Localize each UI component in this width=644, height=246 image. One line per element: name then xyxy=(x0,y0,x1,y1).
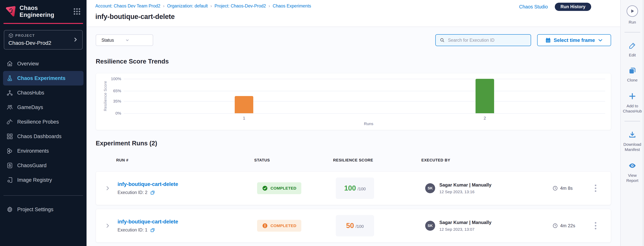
flask-icon xyxy=(6,75,13,81)
executed-at: 12 Sep 2023, 13:07 xyxy=(439,227,492,232)
column-header-status: STATUS xyxy=(254,158,270,162)
hexagons-icon xyxy=(6,148,13,154)
chevron-down-icon xyxy=(125,38,148,42)
lock-icon xyxy=(6,162,13,169)
sidebar-item-chaos-experiments[interactable]: Chaos Experiments xyxy=(3,71,84,85)
breadcrumb-separator: › xyxy=(210,4,212,8)
scrollbar[interactable] xyxy=(642,0,644,246)
execution-id: Execution ID: 2 xyxy=(118,190,148,195)
sidebar-item-chaosguard[interactable]: ChaosGuard xyxy=(3,158,84,173)
project-selector[interactable]: PROJECT Chaos-Dev-Prod2 xyxy=(4,30,83,49)
network-icon xyxy=(6,89,13,96)
run-name-link[interactable]: infy-boutique-cart-delete xyxy=(118,219,178,225)
runs-section-title: Experiment Runs (2) xyxy=(96,140,611,147)
action-rail: Run Edit Clone Add to ChaosHub Download … xyxy=(620,0,644,246)
expand-chevron-icon[interactable] xyxy=(105,223,110,229)
expand-chevron-icon[interactable] xyxy=(105,185,110,191)
chart-gridline xyxy=(124,101,605,102)
view-report-label: View Report xyxy=(623,173,642,183)
avatar: SK xyxy=(425,221,435,231)
sidebar-item-label: ChaosHubs xyxy=(17,90,44,96)
home-icon xyxy=(6,60,13,67)
executed-at: 12 Sep 2023, 13:16 xyxy=(439,190,492,194)
sidebar-accent-divider xyxy=(4,23,83,24)
execution-id: Execution ID: 1 xyxy=(118,228,148,233)
sidebar-divider xyxy=(4,195,83,196)
gear-icon xyxy=(6,206,13,213)
sidebar-item-label: Project Settings xyxy=(17,207,54,213)
sidebar-item-chaos-dashboards[interactable]: Chaos Dashboards xyxy=(3,129,84,144)
status-filter-dropdown[interactable]: Status xyxy=(96,34,153,46)
add-to-chaoshub-action[interactable]: Add to ChaosHub xyxy=(621,83,644,114)
breadcrumb-chaos-experiments[interactable]: Chaos Experiments xyxy=(272,3,311,8)
score-max: /100 xyxy=(358,187,366,192)
sidebar-item-chaoshubs[interactable]: ChaosHubs xyxy=(3,85,84,100)
chart-x-axis-label: Runs xyxy=(364,121,373,126)
breadcrumb-account[interactable]: Account: Chaos Dev Team Prod2 xyxy=(95,3,160,8)
sidebar-item-resilience-probes[interactable]: Resilience Probes xyxy=(3,115,84,129)
row-menu-kebab-icon[interactable] xyxy=(593,220,598,231)
column-header-resilience-score: RESILIENCE SCORE xyxy=(333,158,373,162)
run-action[interactable]: Run xyxy=(626,0,638,25)
download-manifest-action[interactable]: Download Manifest xyxy=(622,121,643,152)
trends-section-title: Resilience Score Trends xyxy=(96,58,611,65)
row-menu-kebab-icon[interactable] xyxy=(593,183,598,194)
run-name-link[interactable]: infy-boutique-cart-delete xyxy=(118,181,178,187)
sidebar-item-label: Chaos Experiments xyxy=(17,75,66,81)
sidebar-item-gamedays[interactable]: GameDays xyxy=(3,100,84,115)
chart-gridline xyxy=(124,79,605,79)
sidebar-item-label: Chaos Dashboards xyxy=(17,134,62,139)
app-title: Chaos Engineering xyxy=(20,4,73,18)
table-row[interactable]: infy-boutique-cart-delete Execution ID: … xyxy=(96,171,611,205)
run-duration: 4m 8s xyxy=(560,186,572,191)
breadcrumb-separator: › xyxy=(163,4,164,8)
resilience-score: 50 /100 xyxy=(336,215,374,237)
dashboard-icon xyxy=(6,133,13,140)
people-icon xyxy=(6,104,13,111)
executed-by-name: Sagar Kumar | Manually xyxy=(439,220,492,225)
page-title: infy-boutique-cart-delete xyxy=(95,13,175,21)
sidebar-item-project-settings[interactable]: Project Settings xyxy=(3,202,84,217)
table-row[interactable]: infy-boutique-cart-delete Execution ID: … xyxy=(96,209,611,243)
search-input[interactable] xyxy=(448,38,527,43)
time-frame-selector[interactable]: Select time frame xyxy=(537,34,611,46)
edit-action[interactable]: Edit xyxy=(628,32,636,58)
breadcrumb-project[interactable]: Project: Chaos-Dev-Prod2 xyxy=(214,3,266,8)
chart-bar-run-1[interactable] xyxy=(235,96,253,113)
chaos-engineering-logo-icon xyxy=(5,6,16,17)
run-action-label: Run xyxy=(629,19,636,25)
sidebar-item-label: Image Registry xyxy=(17,177,52,183)
time-frame-label: Select time frame xyxy=(554,37,595,43)
cube-icon xyxy=(8,33,14,38)
execution-search[interactable] xyxy=(435,34,531,46)
avatar: SK xyxy=(425,183,435,193)
column-header-run: RUN # xyxy=(116,158,128,162)
module-switcher-icon[interactable] xyxy=(73,8,81,15)
executed-by-name: Sagar Kumar | Manually xyxy=(439,182,492,188)
sidebar-item-label: Environments xyxy=(17,148,49,154)
clone-action[interactable]: Clone xyxy=(627,58,638,83)
sidebar-item-overview[interactable]: Overview xyxy=(3,56,84,71)
chart-bar-run-2[interactable] xyxy=(476,79,494,113)
clock-icon xyxy=(552,223,558,229)
play-icon[interactable] xyxy=(626,5,638,17)
resilience-score: 100 /100 xyxy=(336,178,374,199)
pencil-icon xyxy=(628,42,636,50)
chaos-studio-link[interactable]: Chaos Studio xyxy=(519,4,548,9)
status-filter-label: Status xyxy=(102,38,125,43)
project-name: Chaos-Dev-Prod2 xyxy=(8,40,78,46)
breadcrumb-organization[interactable]: Organization: default xyxy=(167,3,208,8)
check-circle-icon xyxy=(262,185,268,191)
score-value: 100 xyxy=(344,184,356,192)
view-report-action[interactable]: View Report xyxy=(623,152,642,183)
edit-action-label: Edit xyxy=(629,52,636,58)
chart-gridline xyxy=(124,113,605,114)
copy-icon[interactable] xyxy=(150,228,155,233)
copy-icon[interactable] xyxy=(150,190,155,195)
sidebar-item-environments[interactable]: Environments xyxy=(3,144,84,158)
run-history-button[interactable]: Run History xyxy=(555,3,591,11)
exclamation-circle-icon xyxy=(262,223,268,229)
download-manifest-label: Download Manifest xyxy=(622,142,643,152)
sidebar-item-image-registry[interactable]: Image Registry xyxy=(3,173,84,187)
sidebar-header: Chaos Engineering xyxy=(0,0,86,23)
